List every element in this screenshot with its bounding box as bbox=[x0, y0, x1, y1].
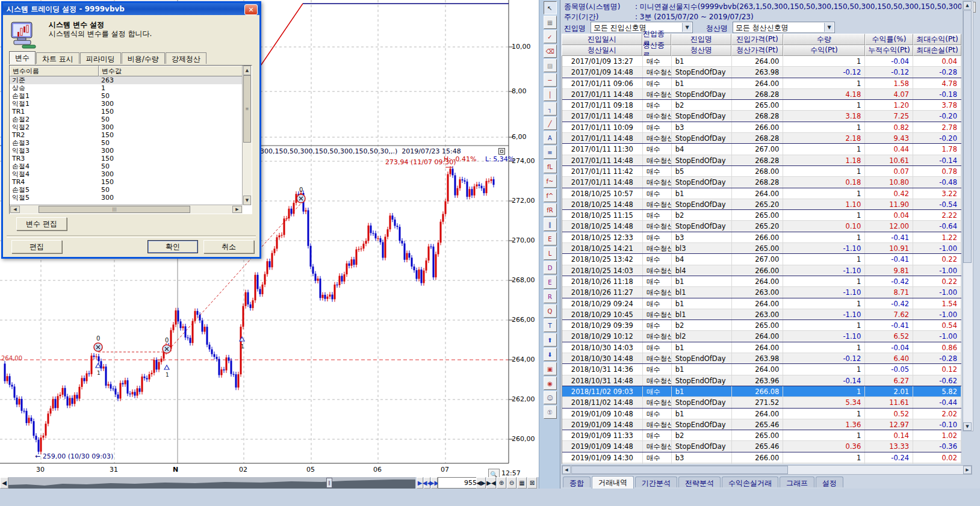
arrow-up-marker-icon[interactable]: ⬆ bbox=[544, 333, 557, 347]
column-header[interactable]: 청산일시 bbox=[562, 45, 642, 57]
table-row[interactable]: 2018/10/26 11:18매수b1264.001-0.420.22 bbox=[562, 276, 961, 287]
result-tab-그래프[interactable]: 그래프 bbox=[780, 477, 814, 487]
smiley-marker-icon[interactable]: ☺ bbox=[544, 391, 557, 404]
minimap-handle[interactable]: ∥ bbox=[326, 478, 332, 488]
vertical-segment-icon[interactable]: │ bbox=[544, 88, 557, 101]
table-row[interactable]: 2018/10/31 14:48매수청산StopEndOfDay263.96-0… bbox=[562, 375, 961, 386]
table-vscrollbar[interactable]: ▲ ▼ bbox=[963, 1, 973, 431]
variable-row[interactable]: 익절2300 bbox=[10, 123, 243, 131]
table-row[interactable]: 2018/10/25 12:33매수b3266.001-0.411.22 bbox=[562, 232, 961, 243]
hscroll-thumb[interactable] bbox=[571, 466, 788, 474]
fib-retrace-icon[interactable]: fR bbox=[544, 203, 557, 217]
table-row[interactable]: 2018/10/30 14:03매수b1264.001-0.040.86 bbox=[562, 342, 961, 353]
column-header[interactable]: 청산종류 bbox=[642, 45, 671, 57]
variable-row[interactable]: TR1150 bbox=[10, 108, 243, 116]
zoom-nav-button[interactable]: ⊖ bbox=[507, 477, 516, 489]
square-marker-icon[interactable]: ▣ bbox=[544, 362, 557, 375]
zoom-nav-button[interactable]: ⊠ bbox=[527, 477, 537, 489]
fib-curve-icon[interactable]: f~ bbox=[544, 174, 557, 188]
variable-list-vscrollbar[interactable]: ▲ ≡ ▼ bbox=[242, 66, 252, 205]
table-row[interactable]: 2017/01/09 13:27매수b1264.001-0.040.04 bbox=[562, 56, 961, 67]
dialog-tab-피라미딩[interactable]: 피라미딩 bbox=[80, 52, 121, 64]
table-row[interactable]: 2018/10/25 14:21매수청산bl3265.00-1.1010.91-… bbox=[562, 243, 961, 254]
bar-count-input[interactable] bbox=[438, 477, 479, 489]
crosshair-chart-icon[interactable]: ▦ bbox=[544, 16, 557, 29]
scroll-up-icon[interactable]: ▲ bbox=[243, 66, 251, 75]
column-header[interactable]: 진입가격(Pt) bbox=[731, 34, 783, 45]
result-tab-설정[interactable]: 설정 bbox=[816, 477, 843, 487]
vscroll-thumb[interactable]: ≡ bbox=[243, 75, 251, 143]
vscroll-thumb[interactable] bbox=[963, 10, 972, 263]
number-marker-icon[interactable]: ① bbox=[544, 406, 557, 419]
scroll-left-button[interactable]: ◀ bbox=[0, 477, 8, 489]
cancel-button[interactable]: 취소 bbox=[203, 240, 254, 253]
table-row[interactable]: 2017/01/11 11:42매수b5268.0010.070.78 bbox=[562, 166, 961, 177]
dialog-tab-비용/수량[interactable]: 비용/수량 bbox=[122, 52, 165, 64]
table-row[interactable]: 2017/01/11 11:30매수b4267.0010.441.78 bbox=[562, 144, 961, 155]
column-header[interactable]: 누적수익(Pt) bbox=[865, 45, 913, 57]
trend-line-icon[interactable]: ╱ bbox=[544, 117, 557, 130]
zoom-nav-button[interactable]: ▦ bbox=[517, 477, 527, 489]
ok-button[interactable]: 확인 bbox=[147, 240, 198, 253]
e-wave-icon[interactable]: E bbox=[544, 276, 557, 289]
variable-row[interactable]: 기준263 bbox=[10, 76, 243, 84]
table-row[interactable]: 2018/10/29 09:39매수b2265.001-0.410.54 bbox=[562, 320, 961, 331]
erase-all-icon[interactable]: ⌫ bbox=[544, 45, 557, 58]
horizontal-segment-icon[interactable]: ─ bbox=[544, 73, 557, 87]
fib-lines-icon[interactable]: fL bbox=[544, 160, 557, 173]
r-wave-icon[interactable]: R bbox=[544, 290, 557, 303]
column-header[interactable]: 수량 bbox=[783, 34, 865, 45]
target-marker-icon[interactable]: ◉ bbox=[544, 377, 557, 390]
table-row[interactable]: 2017/01/11 14:48매수청산StopEndOfDay268.282.… bbox=[562, 133, 961, 144]
chart-minimap[interactable]: ∥ bbox=[8, 477, 415, 489]
table-row[interactable]: 2019/01/09 11:33매수b2265.0010.141.02 bbox=[562, 430, 961, 441]
variable-row[interactable]: TR4150 bbox=[10, 178, 243, 186]
dialog-titlebar[interactable]: 시스템 트레이딩 설정 - 9999vbvb bbox=[3, 3, 259, 15]
column-header[interactable]: 수익률(%) bbox=[865, 34, 913, 45]
column-header[interactable]: 최대손실(Pt) bbox=[913, 45, 961, 57]
variable-row[interactable]: 손절450 bbox=[10, 162, 243, 170]
column-header[interactable]: 청산가격(Pt) bbox=[731, 45, 783, 57]
dialog-tab-차트 표시[interactable]: 차트 표시 bbox=[36, 52, 79, 64]
table-row[interactable]: 2017/01/11 14:48매수청산StopEndOfDay268.281.… bbox=[562, 155, 961, 166]
column-variable-value[interactable]: 변수값 bbox=[99, 66, 243, 76]
nav-button[interactable]: ▶▶ bbox=[431, 477, 438, 489]
table-row[interactable]: 2018/10/31 14:36매수b1264.001-0.050.12 bbox=[562, 364, 961, 375]
table-row[interactable]: 2017/01/11 14:48매수청산StopEndOfDay268.283.… bbox=[562, 111, 961, 122]
edit-button[interactable]: 편집 bbox=[11, 240, 62, 253]
chevron-down-icon[interactable]: ▼ bbox=[824, 23, 834, 32]
table-row[interactable]: 2017/01/11 09:06매수b1264.0011.584.78 bbox=[562, 78, 961, 89]
d-wave-icon[interactable]: D bbox=[544, 261, 557, 274]
entry-signal-select[interactable]: 모든 진입신호명 ▼ bbox=[591, 22, 693, 33]
scroll-right-icon[interactable]: ▶ bbox=[963, 466, 972, 474]
table-row[interactable]: 2019/01/09 10:48매수b1264.0010.522.02 bbox=[562, 409, 961, 419]
table-row[interactable]: 2018/11/02 09:03매수b1266.0812.015.82 bbox=[562, 386, 961, 397]
table-row[interactable]: 2019/01/09 14:48매수청산StopEndOfDay265.461.… bbox=[562, 419, 961, 430]
scroll-left-icon[interactable]: ◀ bbox=[562, 466, 571, 474]
channel-icon[interactable]: ∥ bbox=[544, 218, 557, 231]
result-tab-종합[interactable]: 종합 bbox=[563, 477, 591, 487]
edit-variables-button[interactable]: 변수 편집 bbox=[16, 217, 67, 230]
table-row[interactable]: 2018/10/29 10:45매수청산bl1263.00-1.107.62-1… bbox=[562, 309, 961, 320]
table-row[interactable]: 2018/10/29 09:24매수b1264.001-0.421.54 bbox=[562, 298, 961, 309]
table-row[interactable]: 2018/10/25 11:15매수b2265.0010.042.22 bbox=[562, 210, 961, 221]
step-line-icon[interactable]: ┐ bbox=[544, 102, 557, 116]
table-row[interactable]: 2019/01/09 14:30매수b3266.001-0.240.02 bbox=[562, 452, 961, 463]
table-row[interactable]: 2018/10/30 14:48매수청산StopEndOfDay263.98-0… bbox=[562, 353, 961, 364]
hscroll-thumb[interactable]: ||| bbox=[39, 206, 190, 213]
exit-signal-select[interactable]: 모든 청산신호명 ▼ bbox=[733, 22, 835, 33]
scroll-down-icon[interactable]: ▼ bbox=[963, 422, 972, 431]
chart-edit-icon[interactable]: ▨ bbox=[544, 59, 557, 72]
text-annotation-icon[interactable]: A bbox=[544, 131, 557, 144]
zoom-nav-button[interactable]: ⊕ bbox=[497, 477, 506, 489]
scroll-right-icon[interactable]: ▶ bbox=[232, 206, 242, 213]
scroll-down-icon[interactable]: ▼ bbox=[243, 196, 251, 205]
column-variable-name[interactable]: 변수이름 bbox=[10, 66, 99, 76]
variable-row[interactable]: TR3150 bbox=[10, 155, 243, 162]
column-header[interactable]: 진입명 bbox=[671, 34, 731, 45]
dialog-tab-강제청산[interactable]: 강제청산 bbox=[166, 52, 206, 64]
variable-row[interactable]: TR2150 bbox=[10, 131, 243, 139]
fib-fan-icon[interactable]: f^ bbox=[544, 189, 557, 202]
table-hscrollbar[interactable]: ◀ ▶ bbox=[562, 465, 972, 475]
text-tool-icon[interactable]: T bbox=[544, 319, 557, 332]
